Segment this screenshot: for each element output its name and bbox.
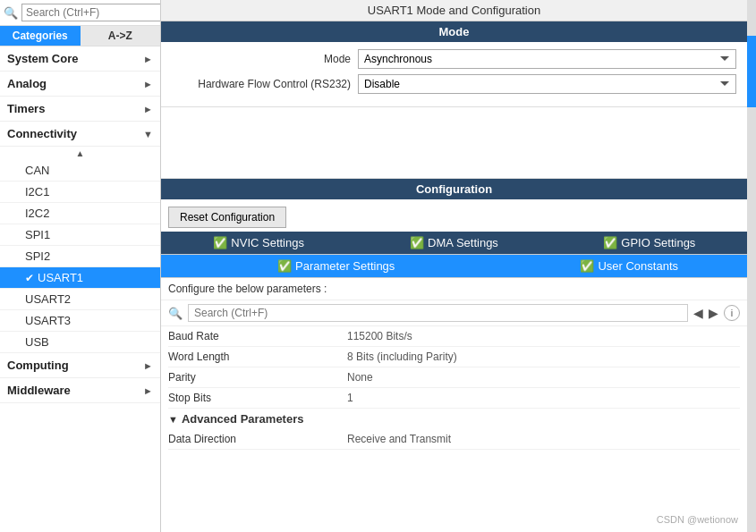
- tab-user-constants[interactable]: ✅ User Constants: [511, 255, 747, 277]
- param-name-parity: Parity: [168, 371, 347, 384]
- search-bar: 🔍 ▼ ⚙: [0, 0, 160, 26]
- param-value-baud-rate: 115200 Bits/s: [347, 330, 740, 342]
- param-label: Parameter Settings: [295, 259, 395, 273]
- sidebar-sub-item-usart2[interactable]: USART2: [0, 289, 160, 310]
- dma-check-icon: ✅: [410, 236, 424, 249]
- settings-tabs-row2: ✅ Parameter Settings ✅ User Constants: [161, 255, 747, 278]
- reset-configuration-button[interactable]: Reset Configuration: [168, 207, 286, 228]
- user-const-label: User Constants: [598, 259, 678, 273]
- sidebar-item-label: Connectivity: [7, 127, 77, 140]
- window-title: USART1 Mode and Configuration: [161, 0, 747, 21]
- param-value-stop-bits: 1: [347, 392, 740, 404]
- sidebar-item-connectivity[interactable]: Connectivity ▼: [0, 122, 160, 147]
- chevron-right-icon: ►: [143, 385, 153, 396]
- mode-label: Mode: [172, 53, 351, 65]
- usart3-label: USART3: [25, 314, 71, 327]
- spi2-label: SPI2: [25, 249, 50, 263]
- flow-control-select[interactable]: Disable: [358, 74, 736, 94]
- param-row-data-direction: Data Direction Receive and Transmit: [168, 429, 740, 450]
- spi1-label: SPI1: [25, 228, 50, 241]
- i2c2-label: I2C2: [25, 207, 49, 220]
- mode-area: Mode Asynchronous Hardware Flow Control …: [161, 42, 747, 107]
- sidebar-sub-item-can[interactable]: CAN: [0, 160, 160, 182]
- sidebar-item-timers[interactable]: Timers ►: [0, 97, 160, 122]
- tab-parameter-settings[interactable]: ✅ Parameter Settings: [161, 255, 511, 277]
- tab-nvic-settings[interactable]: ✅ NVIC Settings: [161, 232, 356, 254]
- main-content: USART1 Mode and Configuration Mode Mode …: [161, 0, 747, 532]
- usb-label: USB: [25, 335, 49, 349]
- advanced-chevron-icon: ▼: [168, 414, 178, 425]
- chevron-down-icon: ▼: [143, 129, 153, 139]
- sidebar-item-label: Computing: [7, 359, 69, 372]
- usart2-label: USART2: [25, 292, 71, 306]
- advanced-params-label: Advanced Parameters: [182, 412, 304, 426]
- config-section-header: Configuration: [161, 179, 747, 199]
- chevron-right-icon: ►: [143, 79, 153, 89]
- sidebar-item-computing[interactable]: Computing ►: [0, 353, 160, 378]
- param-name-word-length: Word Length: [168, 350, 347, 363]
- watermark: CSDN @wetionow: [657, 514, 738, 525]
- tab-categories[interactable]: Categories: [0, 26, 81, 46]
- mode-section-header: Mode: [161, 21, 747, 42]
- tab-dma-settings[interactable]: ✅ DMA Settings: [356, 232, 551, 254]
- param-name-baud-rate: Baud Rate: [168, 330, 347, 342]
- tab-az[interactable]: A->Z: [81, 26, 161, 46]
- advanced-params-header[interactable]: ▼ Advanced Parameters: [168, 409, 740, 429]
- search-input[interactable]: [21, 4, 161, 21]
- mode-row: Mode Asynchronous: [172, 49, 736, 69]
- right-scrollbar[interactable]: [747, 0, 756, 532]
- params-forward-btn[interactable]: ▶: [709, 306, 718, 320]
- settings-tabs-row1: ✅ NVIC Settings ✅ DMA Settings ✅ GPIO Se…: [161, 232, 747, 255]
- sidebar-sub-item-i2c1[interactable]: I2C1: [0, 182, 160, 203]
- param-value-data-direction: Receive and Transmit: [347, 433, 740, 445]
- sidebar-sub-item-usart1[interactable]: ✔ USART1: [0, 267, 160, 289]
- gpio-check-icon: ✅: [603, 236, 617, 249]
- param-check-icon: ✅: [277, 259, 292, 273]
- chevron-right-icon: ►: [143, 360, 153, 371]
- sidebar-item-label: System Core: [7, 52, 78, 65]
- sidebar-sub-item-spi1[interactable]: SPI1: [0, 224, 160, 246]
- sidebar-item-middleware[interactable]: Middleware ►: [0, 378, 160, 403]
- check-icon: ✔: [25, 272, 34, 284]
- search-icon: 🔍: [4, 6, 18, 20]
- params-back-btn[interactable]: ◀: [693, 306, 703, 320]
- mode-empty-area: [161, 107, 747, 179]
- param-value-word-length: 8 Bits (including Parity): [347, 350, 740, 363]
- params-search-row: 🔍 ◀ ▶ i: [161, 300, 747, 326]
- sidebar-item-system-core[interactable]: System Core ►: [0, 46, 160, 72]
- flow-control-label: Hardware Flow Control (RS232): [172, 78, 351, 90]
- sidebar-sub-item-i2c2[interactable]: I2C2: [0, 203, 160, 224]
- params-info-btn[interactable]: i: [724, 305, 740, 321]
- sidebar-sub-item-usb[interactable]: USB: [0, 332, 160, 353]
- param-row-baud-rate: Baud Rate 115200 Bits/s: [168, 326, 740, 347]
- usart1-label: USART1: [38, 271, 83, 284]
- scrollbar-thumb[interactable]: [747, 36, 756, 107]
- flow-control-row: Hardware Flow Control (RS232) Disable: [172, 74, 736, 94]
- chevron-right-icon: ►: [143, 104, 153, 114]
- config-area: Configuration Reset Configuration ✅ NVIC…: [161, 179, 747, 532]
- mode-select[interactable]: Asynchronous: [358, 49, 736, 69]
- param-name-data-direction: Data Direction: [168, 433, 347, 445]
- can-label: CAN: [25, 164, 49, 177]
- params-search-input[interactable]: [188, 304, 688, 322]
- tab-gpio-settings[interactable]: ✅ GPIO Settings: [552, 232, 747, 254]
- scroll-up-arrow[interactable]: ▲: [0, 147, 160, 160]
- sidebar-item-label: Analog: [7, 77, 47, 90]
- i2c1-label: I2C1: [25, 185, 49, 198]
- sidebar-sub-item-usart3[interactable]: USART3: [0, 310, 160, 332]
- category-tabs-row: Categories A->Z: [0, 26, 160, 46]
- sidebar: 🔍 ▼ ⚙ Categories A->Z System Core ► Anal…: [0, 0, 161, 532]
- param-row-parity: Parity None: [168, 367, 740, 388]
- params-table: Baud Rate 115200 Bits/s Word Length 8 Bi…: [161, 326, 747, 532]
- param-row-stop-bits: Stop Bits 1: [168, 388, 740, 409]
- param-row-word-length: Word Length 8 Bits (including Parity): [168, 347, 740, 367]
- sidebar-sub-item-spi2[interactable]: SPI2: [0, 246, 160, 267]
- nvic-check-icon: ✅: [213, 236, 227, 249]
- sidebar-item-analog[interactable]: Analog ►: [0, 72, 160, 97]
- params-label: Configure the below parameters :: [161, 278, 747, 300]
- sidebar-item-label: Middleware: [7, 384, 71, 397]
- param-name-stop-bits: Stop Bits: [168, 392, 347, 404]
- chevron-right-icon: ►: [143, 54, 153, 64]
- sidebar-item-label: Timers: [7, 102, 45, 115]
- user-const-check-icon: ✅: [580, 259, 594, 273]
